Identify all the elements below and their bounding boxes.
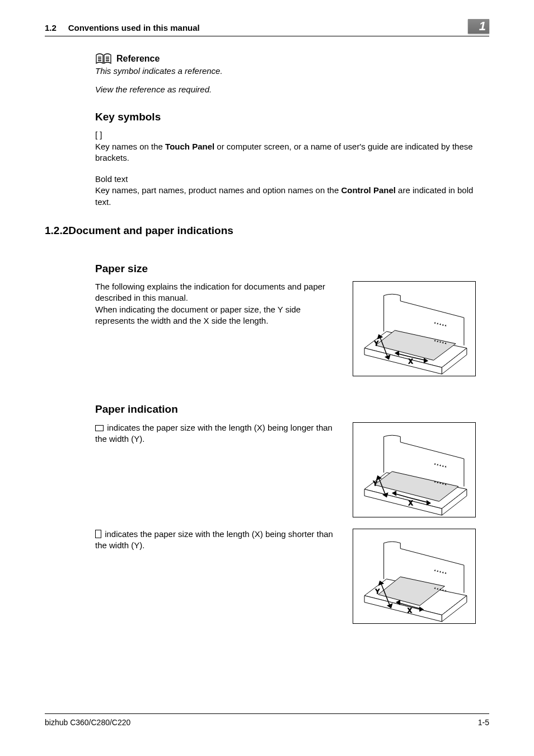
chapter-tab: 1 [468,19,489,34]
svg-text:Y: Y [376,587,380,594]
brackets-label: [ ] [95,129,489,141]
footer-page-number: 1-5 [478,717,489,728]
landscape-indication-text: indicates the paper size with the length… [95,422,336,445]
svg-text:Y: Y [373,479,377,486]
paper-size-para2: When indicating the document or paper si… [95,304,336,327]
header-section-title: Conventions used in this manual [68,23,200,32]
boldtext-description: Key names, part names, product names and… [95,185,487,208]
header-left: 1.2 Conventions used in this manual [45,22,200,34]
page-header: 1.2 Conventions used in this manual [45,22,489,36]
footer-model: bizhub C360/C280/C220 [45,717,130,728]
reference-title: Reference [116,53,160,65]
svg-text:X: X [407,607,412,614]
text-fragment: indicates the paper size with the length… [95,529,333,550]
text-fragment: Key names, part names, product names and… [95,185,341,195]
figure-platen-landscape: Y X ▲▲▲▲▲▲▲▲▲▲ [353,422,476,517]
paper-size-para1: The following explains the indication fo… [95,281,336,304]
figure-platen-xy: Y X ▲▲▲▲▲▲▲▲▲▲ [353,281,476,376]
svg-text:▲▲▲▲▲: ▲▲▲▲▲ [433,321,447,327]
figure-platen-portrait: Y X ▲▲▲▲▲▲▲▲▲▲ [353,529,476,624]
reference-heading-row: Reference [95,52,489,64]
book-icon [95,52,112,64]
svg-text:▲▲▲▲▲: ▲▲▲▲▲ [433,568,447,575]
portrait-icon [95,530,101,538]
text-fragment: indicates the paper size with the length… [95,423,332,444]
paper-indication-heading: Paper indication [95,402,489,417]
portrait-indication-text: indicates the paper size with the length… [95,529,336,552]
bold-term-control-panel: Control Panel [341,185,396,195]
landscape-icon [95,425,104,431]
svg-text:X: X [409,358,413,365]
bold-term-touch-panel: Touch Panel [165,142,214,151]
page-footer: bizhub C360/C280/C220 1-5 [45,713,489,728]
brackets-description: Key names on the Touch Panel or computer… [95,141,487,164]
text-fragment: Key names on the [95,142,165,151]
svg-text:Y: Y [374,340,378,347]
section-title: Document and paper indications [68,223,233,238]
reference-line1: This symbol indicates a reference. [95,66,489,77]
section-number: 1.2.2 [45,223,68,238]
svg-text:▲▲▲▲▲: ▲▲▲▲▲ [433,462,447,468]
boldtext-label: Bold text [95,174,489,185]
reference-line2: View the reference as required. [95,84,489,95]
svg-text:X: X [409,500,413,506]
header-section-number: 1.2 [45,23,57,32]
paper-size-heading: Paper size [95,262,489,276]
section-1-2-2-heading: 1.2.2 Document and paper indications [45,223,489,238]
key-symbols-heading: Key symbols [95,110,489,124]
